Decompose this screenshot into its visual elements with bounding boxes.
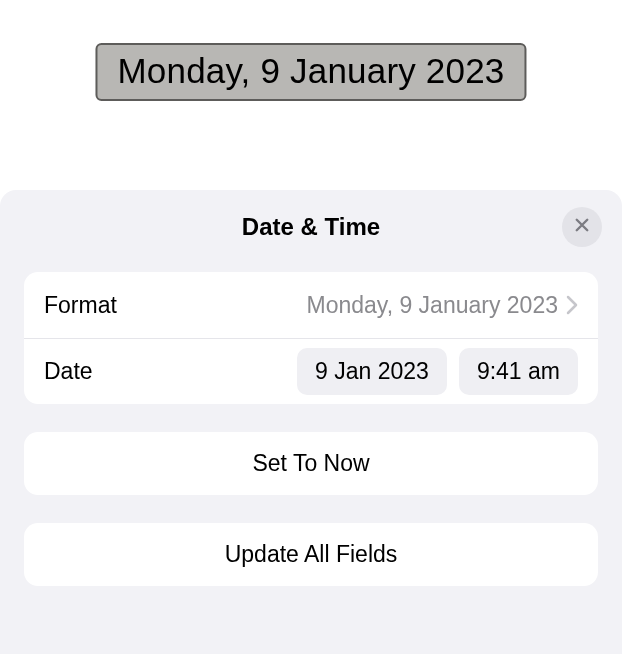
date-picker-button[interactable]: 9 Jan 2023 — [297, 348, 447, 395]
format-value: Monday, 9 January 2023 — [307, 292, 558, 319]
close-icon — [573, 216, 591, 238]
date-picker-value: 9 Jan 2023 — [315, 358, 429, 384]
date-time-panel: Date & Time Format Monday, 9 January 202… — [0, 190, 622, 654]
set-to-now-button[interactable]: Set To Now — [24, 432, 598, 495]
time-picker-button[interactable]: 9:41 am — [459, 348, 578, 395]
date-label: Date — [44, 358, 93, 385]
inserted-date-token[interactable]: Monday, 9 January 2023 — [95, 43, 526, 101]
close-button[interactable] — [562, 207, 602, 247]
format-label: Format — [44, 292, 117, 319]
document-canvas: Monday, 9 January 2023 — [0, 0, 622, 190]
chevron-right-icon — [566, 295, 578, 315]
panel-header: Date & Time — [0, 190, 622, 264]
time-picker-value: 9:41 am — [477, 358, 560, 384]
update-all-fields-label: Update All Fields — [225, 541, 398, 567]
date-row: Date 9 Jan 2023 9:41 am — [24, 338, 598, 404]
set-to-now-label: Set To Now — [252, 450, 369, 476]
update-all-fields-button[interactable]: Update All Fields — [24, 523, 598, 586]
panel-title: Date & Time — [242, 213, 380, 241]
format-row[interactable]: Format Monday, 9 January 2023 — [24, 272, 598, 338]
settings-card: Format Monday, 9 January 2023 Date 9 Jan… — [24, 272, 598, 404]
date-token-text: Monday, 9 January 2023 — [117, 51, 504, 90]
